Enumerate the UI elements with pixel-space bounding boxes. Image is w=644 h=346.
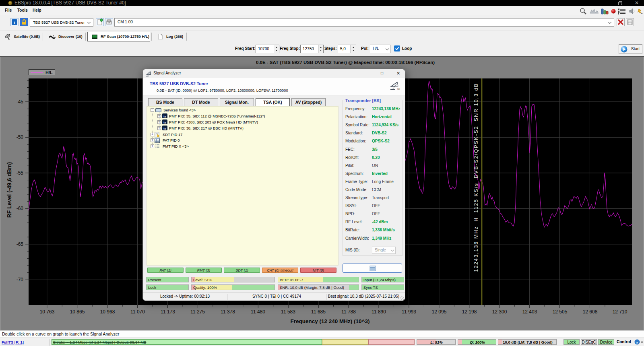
svg-text:12243,136 MHz H 1125 KS/s D: 12243,136 MHz H 1125 KS/s DVB-S2/QPSK-S2… xyxy=(473,83,479,272)
svg-text:e: e xyxy=(636,340,638,344)
svg-text:tv: tv xyxy=(163,121,167,124)
svg-text:tv: tv xyxy=(163,115,167,118)
svg-text:tv: tv xyxy=(163,127,167,130)
svg-text:IGS: IGS xyxy=(397,88,400,90)
